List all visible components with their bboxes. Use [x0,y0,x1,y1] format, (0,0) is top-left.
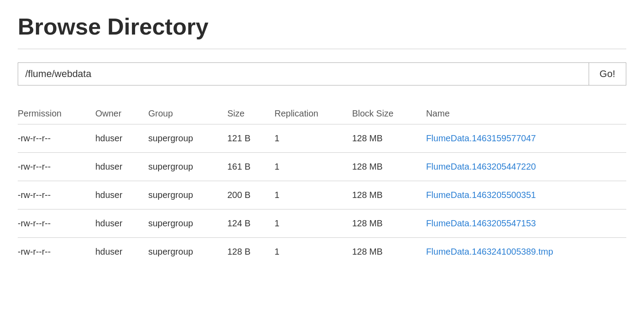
table-row: -rw-r--r--hdusersupergroup161 B1128 MBFl… [18,153,626,181]
cell-replication-2: 1 [275,181,352,209]
cell-owner-2: hduser [95,181,148,209]
file-link-1[interactable]: FlumeData.1463205447220 [426,162,536,171]
cell-replication-4: 1 [275,238,352,266]
col-header-block-size: Block Size [352,103,426,124]
cell-size-0: 121 B [227,124,274,153]
table-header-row: Permission Owner Group Size Replication … [18,103,626,124]
file-link-4[interactable]: FlumeData.1463241005389.tmp [426,247,553,256]
cell-block_size-1: 128 MB [352,153,426,181]
cell-permission-2: -rw-r--r-- [18,181,95,209]
col-header-name: Name [426,103,626,124]
cell-permission-1: -rw-r--r-- [18,153,95,181]
cell-name-0[interactable]: FlumeData.1463159577047 [426,124,626,153]
file-link-3[interactable]: FlumeData.1463205547153 [426,218,536,228]
cell-name-1[interactable]: FlumeData.1463205447220 [426,153,626,181]
cell-owner-4: hduser [95,238,148,266]
cell-block_size-4: 128 MB [352,238,426,266]
file-link-2[interactable]: FlumeData.1463205500351 [426,190,536,200]
cell-block_size-0: 128 MB [352,124,426,153]
cell-group-4: supergroup [148,238,228,266]
col-header-permission: Permission [18,103,95,124]
page-title: Browse Directory [18,13,626,40]
cell-size-4: 128 B [227,238,274,266]
col-header-owner: Owner [95,103,148,124]
cell-name-2[interactable]: FlumeData.1463205500351 [426,181,626,209]
col-header-group: Group [148,103,228,124]
path-bar: Go! [18,62,626,85]
table-row: -rw-r--r--hdusersupergroup121 B1128 MBFl… [18,124,626,153]
directory-table: Permission Owner Group Size Replication … [18,103,626,266]
col-header-replication: Replication [275,103,352,124]
cell-replication-3: 1 [275,209,352,238]
cell-block_size-2: 128 MB [352,181,426,209]
path-input[interactable] [18,63,589,85]
top-divider [18,49,626,49]
cell-permission-4: -rw-r--r-- [18,238,95,266]
cell-block_size-3: 128 MB [352,209,426,238]
file-link-0[interactable]: FlumeData.1463159577047 [426,133,536,143]
table-row: -rw-r--r--hdusersupergroup200 B1128 MBFl… [18,181,626,209]
cell-group-0: supergroup [148,124,228,153]
cell-group-3: supergroup [148,209,228,238]
table-row: -rw-r--r--hdusersupergroup124 B1128 MBFl… [18,209,626,238]
cell-size-2: 200 B [227,181,274,209]
cell-permission-0: -rw-r--r-- [18,124,95,153]
cell-replication-0: 1 [275,124,352,153]
cell-permission-3: -rw-r--r-- [18,209,95,238]
cell-size-3: 124 B [227,209,274,238]
cell-owner-0: hduser [95,124,148,153]
cell-owner-3: hduser [95,209,148,238]
cell-name-4[interactable]: FlumeData.1463241005389.tmp [426,238,626,266]
cell-name-3[interactable]: FlumeData.1463205547153 [426,209,626,238]
cell-group-1: supergroup [148,153,228,181]
table-row: -rw-r--r--hdusersupergroup128 B1128 MBFl… [18,238,626,266]
col-header-size: Size [227,103,274,124]
cell-owner-1: hduser [95,153,148,181]
go-button[interactable]: Go! [589,63,626,85]
cell-group-2: supergroup [148,181,228,209]
cell-size-1: 161 B [227,153,274,181]
cell-replication-1: 1 [275,153,352,181]
